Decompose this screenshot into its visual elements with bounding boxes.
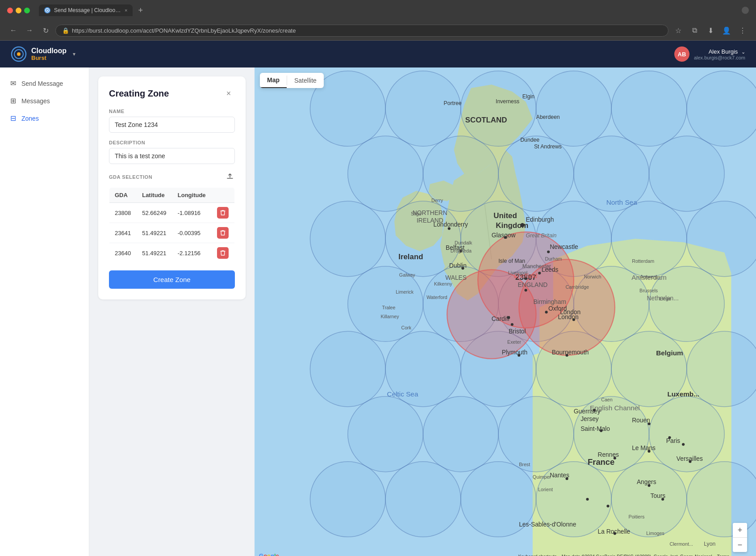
description-input[interactable] xyxy=(109,148,235,164)
svg-point-18 xyxy=(310,201,386,277)
svg-point-29 xyxy=(310,331,386,407)
forward-button[interactable]: → xyxy=(23,24,36,37)
bookmark-button[interactable]: ☆ xyxy=(672,24,685,37)
gda-cell-delete xyxy=(212,223,234,243)
svg-text:Cork: Cork xyxy=(401,325,411,330)
delete-gda-button-2[interactable] xyxy=(217,247,229,259)
minimize-window-button[interactable] xyxy=(16,8,21,13)
close-panel-button[interactable]: × xyxy=(222,87,235,100)
svg-text:Galway: Galway xyxy=(399,272,415,278)
zoom-out-button[interactable]: − xyxy=(733,538,747,552)
logo-burst: Burst xyxy=(31,55,67,61)
delete-gda-button-0[interactable] xyxy=(217,207,229,219)
svg-point-8 xyxy=(385,71,461,147)
user-section[interactable]: AB Alex Burgis ⌄ alex.burgis@rock7.com xyxy=(674,46,745,62)
gda-cell-longitude: -1.08916 xyxy=(172,203,212,223)
name-form-group: NAME xyxy=(109,109,235,133)
close-window-button[interactable] xyxy=(7,8,13,13)
tab-close-button[interactable]: × xyxy=(125,8,127,13)
upload-icon xyxy=(226,172,234,180)
app-body: ✉ Send Message ⊞ Messages ⊟ Zones Creati… xyxy=(0,67,756,556)
map-tab-satellite[interactable]: Satellite xyxy=(287,73,324,88)
panel-header: Creating Zone × xyxy=(109,87,235,100)
svg-point-12 xyxy=(687,71,756,147)
svg-text:London: London xyxy=(558,314,579,320)
svg-point-37 xyxy=(498,396,574,472)
profile-button[interactable]: 👤 xyxy=(720,24,733,37)
settings-button[interactable]: ⋮ xyxy=(736,24,749,37)
table-row: 23640 51.49221 -2.12156 xyxy=(109,243,235,263)
sidebar: ✉ Send Message ⊞ Messages ⊟ Zones xyxy=(0,67,89,556)
svg-text:Luxemb...: Luxemb... xyxy=(667,390,699,398)
back-button[interactable]: ← xyxy=(7,24,20,37)
delete-gda-button-1[interactable] xyxy=(217,227,229,239)
sidebar-item-send-message[interactable]: ✉ Send Message xyxy=(0,75,89,92)
name-input[interactable] xyxy=(109,117,235,133)
gda-cell-gda: 23808 xyxy=(109,203,137,223)
upload-gda-button[interactable] xyxy=(225,171,235,183)
gda-col-header-actions xyxy=(212,188,234,203)
svg-text:Dundalk: Dundalk xyxy=(455,240,472,245)
map-background[interactable]: SCOTLAND United Kingdom NORTHERN IRELAND… xyxy=(255,67,756,556)
map-svg: SCOTLAND United Kingdom NORTHERN IRELAND… xyxy=(255,67,756,556)
trash-icon xyxy=(220,250,226,256)
svg-text:Edinburgh: Edinburgh xyxy=(526,216,554,223)
svg-text:Oxford: Oxford xyxy=(548,305,567,312)
svg-text:Portree: Portree xyxy=(444,100,462,106)
svg-point-22 xyxy=(611,201,687,277)
logo-icon xyxy=(11,46,27,62)
terms-link[interactable]: Terms xyxy=(717,554,729,556)
svg-text:Waterford: Waterford xyxy=(426,295,447,300)
download-button[interactable]: ⬇ xyxy=(704,24,717,37)
logo-name: Cloudloop xyxy=(31,47,67,55)
keyboard-shortcuts-link[interactable]: Keyboard shortcuts xyxy=(518,554,556,556)
svg-text:Cambridge: Cambridge xyxy=(565,284,589,290)
svg-text:United: United xyxy=(493,211,517,220)
gda-cell-delete xyxy=(212,203,234,223)
svg-text:Tralee: Tralee xyxy=(382,305,396,310)
maximize-window-button[interactable] xyxy=(24,8,30,13)
extensions-button[interactable]: ⧉ xyxy=(688,24,701,37)
description-label: DESCRIPTION xyxy=(109,140,235,145)
svg-text:Paris: Paris xyxy=(666,438,681,444)
tab-favicon xyxy=(44,7,50,13)
svg-point-108 xyxy=(586,498,589,501)
create-zone-button[interactable]: Create Zone xyxy=(109,270,235,289)
svg-text:Ireland: Ireland xyxy=(398,253,423,261)
sidebar-item-messages[interactable]: ⊞ Messages xyxy=(0,92,89,110)
refresh-button[interactable]: ↻ xyxy=(39,24,52,37)
browser-tab[interactable]: Send Message | Cloudloop B... × xyxy=(39,4,133,16)
map-tab-map[interactable]: Map xyxy=(260,73,287,88)
trash-icon xyxy=(220,210,226,216)
app-logo[interactable]: Cloudloop Burst ▾ xyxy=(11,46,75,62)
svg-point-13 xyxy=(348,136,423,211)
svg-point-36 xyxy=(423,396,499,472)
description-form-group: DESCRIPTION xyxy=(109,140,235,164)
svg-text:North Sea: North Sea xyxy=(606,198,637,206)
svg-text:Aberdeen: Aberdeen xyxy=(536,114,560,120)
sidebar-item-zones[interactable]: ⊟ Zones xyxy=(0,110,89,127)
svg-point-85 xyxy=(545,311,547,313)
zones-icon: ⊟ xyxy=(9,114,17,122)
svg-text:Celtic Sea: Celtic Sea xyxy=(387,390,418,398)
svg-text:Drogheda: Drogheda xyxy=(451,248,472,253)
svg-text:Cardiff: Cardiff xyxy=(492,316,510,322)
svg-text:Exeter: Exeter xyxy=(507,339,521,345)
svg-text:Guernsey: Guernsey xyxy=(574,408,601,415)
trash-icon xyxy=(220,230,226,236)
new-tab-button[interactable]: + xyxy=(138,6,143,15)
zoom-in-button[interactable]: + xyxy=(733,523,747,537)
svg-text:Birmingham: Birmingham xyxy=(533,299,566,305)
address-bar[interactable]: 🔒 https://burst.cloudloop.com/acct/PONAK… xyxy=(55,25,668,37)
user-info: Alex Burgis ⌄ alex.burgis@rock7.com xyxy=(694,48,745,60)
map-attribution: Keyboard shortcuts Map data ©2024 GeoBas… xyxy=(518,554,729,556)
gda-cell-longitude: -2.12156 xyxy=(172,243,212,263)
svg-point-4 xyxy=(17,52,21,56)
svg-text:Quimper: Quimper xyxy=(533,474,551,480)
svg-text:Plymouth: Plymouth xyxy=(502,349,527,356)
map-area: Map Satellite xyxy=(255,67,756,556)
svg-text:St Andrews: St Andrews xyxy=(534,143,562,150)
gda-selection-label: GDA SELECTION xyxy=(109,174,152,180)
svg-text:Killarney: Killarney xyxy=(380,314,399,319)
gda-cell-latitude: 51.49221 xyxy=(137,243,172,263)
